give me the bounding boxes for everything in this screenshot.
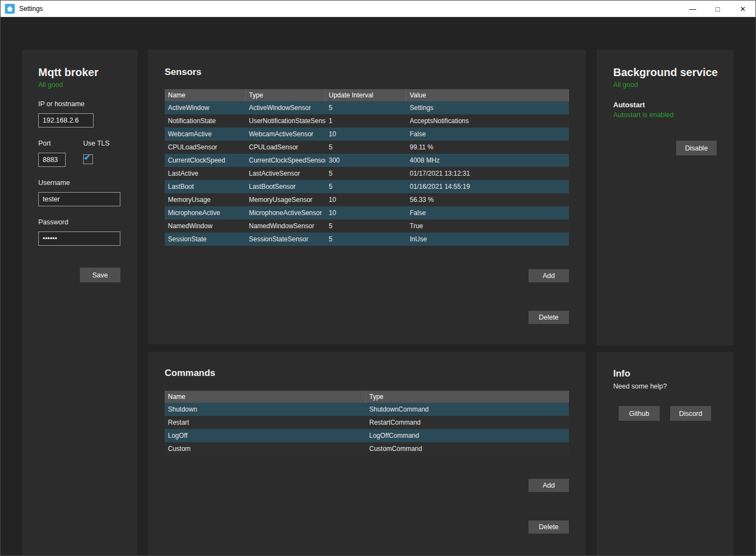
sensors-table: NameTypeUpdate IntervalValueActiveWindow… <box>165 89 569 246</box>
use-tls-label: Use TLS <box>83 140 109 147</box>
window-controls: — □ ✕ <box>680 1 755 17</box>
table-cell: 56.33 % <box>406 193 569 206</box>
table-cell: SessionState <box>165 233 246 246</box>
table-cell: CurrentClockSpeedSensor <box>246 154 325 167</box>
table-cell: MicrophoneActive <box>165 206 246 219</box>
table-row[interactable]: CustomCustomCommand <box>165 442 569 455</box>
table-row[interactable]: MicrophoneActiveMicrophoneActiveSensor10… <box>165 206 569 219</box>
table-cell: SessionStateSensor <box>246 233 325 246</box>
minimize-button[interactable]: — <box>680 1 705 17</box>
table-cell: MicrophoneActiveSensor <box>246 206 325 219</box>
background-service-panel: Background service All good Autostart Au… <box>597 50 734 345</box>
column-header[interactable]: Value <box>406 89 569 101</box>
table-cell: CustomCommand <box>366 442 569 455</box>
table-cell: 99.11 % <box>406 141 569 154</box>
table-cell: MemoryUsage <box>165 193 246 206</box>
table-row[interactable]: CPULoadSensorCPULoadSensor599.11 % <box>165 141 569 154</box>
background-service-status: All good <box>613 81 638 89</box>
disable-autostart-button[interactable]: Disable <box>676 141 717 155</box>
sensors-add-button[interactable]: Add <box>528 269 569 282</box>
table-cell: 5 <box>325 233 406 246</box>
table-row[interactable]: LastActiveLastActiveSensor501/17/2021 13… <box>165 167 569 180</box>
table-cell: CPULoadSensor <box>165 141 246 154</box>
table-row[interactable]: CurrentClockSpeedCurrentClockSpeedSensor… <box>165 154 569 167</box>
table-cell: False <box>406 128 569 141</box>
commands-table: NameTypeShutdownShutdownCommandRestartRe… <box>165 391 569 455</box>
table-cell: ActiveWindowSensor <box>246 101 325 114</box>
sensors-delete-button[interactable]: Delete <box>528 311 569 324</box>
table-row[interactable]: ShutdownShutdownCommand <box>165 403 569 416</box>
table-cell: AcceptsNotifications <box>406 114 569 128</box>
window-title: Settings <box>19 5 43 13</box>
column-header[interactable]: Name <box>165 391 366 403</box>
table-cell: 5 <box>325 219 406 233</box>
autostart-status: Autostart is enabled <box>613 111 674 119</box>
table-cell: NamedWindow <box>165 219 246 233</box>
app-home-icon <box>5 4 15 14</box>
table-cell: MemoryUsageSensor <box>246 193 325 206</box>
discord-button[interactable]: Discord <box>670 406 711 421</box>
sensors-title: Sensors <box>165 67 201 78</box>
column-header[interactable]: Type <box>246 89 325 101</box>
table-cell: 10 <box>325 128 406 141</box>
maximize-button[interactable]: □ <box>705 1 730 17</box>
table-row[interactable]: LogOffLogOffCommand <box>165 429 569 442</box>
info-panel: Info Need some help? Github Discord <box>597 352 734 556</box>
password-input[interactable] <box>38 231 120 246</box>
column-header[interactable]: Type <box>366 391 569 403</box>
background-service-title: Background service <box>613 66 718 79</box>
table-cell: InUse <box>406 233 569 246</box>
table-cell: ActiveWindow <box>165 101 246 114</box>
port-input[interactable] <box>38 153 66 167</box>
table-row[interactable]: WebcamActiveWebcamActiveSensor10False <box>165 128 569 141</box>
table-cell: LastActiveSensor <box>246 167 325 180</box>
ip-hostname-input[interactable] <box>38 113 94 128</box>
mqtt-broker-title: Mqtt broker <box>38 66 98 79</box>
table-cell: CurrentClockSpeed <box>165 154 246 167</box>
table-cell: False <box>406 206 569 219</box>
autostart-label: Autostart <box>613 101 645 109</box>
password-label: Password <box>38 218 68 226</box>
table-cell: Restart <box>165 416 366 429</box>
column-header[interactable]: Name <box>165 89 246 101</box>
table-row[interactable]: RestartRestartCommand <box>165 416 569 429</box>
ip-hostname-label: IP or hostname <box>38 100 85 108</box>
mqtt-status-text: All good <box>38 81 63 89</box>
table-row[interactable]: SessionStateSessionStateSensor5InUse <box>165 233 569 246</box>
github-button[interactable]: Github <box>619 406 660 421</box>
table-cell: Settings <box>406 101 569 114</box>
table-cell: 1 <box>325 114 406 128</box>
settings-main: Mqtt broker All good IP or hostname Port… <box>0 17 756 556</box>
table-cell: NamedWindowSensor <box>246 219 325 233</box>
commands-delete-button[interactable]: Delete <box>528 520 569 534</box>
table-cell: UserNotificationStateSens <box>246 114 325 128</box>
table-cell: 01/17/2021 13:12:31 <box>406 167 569 180</box>
save-button[interactable]: Save <box>80 268 120 282</box>
commands-add-button[interactable]: Add <box>528 479 569 492</box>
sensors-panel: Sensors NameTypeUpdate IntervalValueActi… <box>148 50 586 344</box>
table-row[interactable]: NamedWindowNamedWindowSensor5True <box>165 219 569 233</box>
title-bar: Settings — □ ✕ <box>0 0 756 17</box>
checkmark-icon: ✔ <box>84 153 91 163</box>
commands-title: Commands <box>165 368 216 379</box>
table-row[interactable]: NotificationStateUserNotificationStateSe… <box>165 114 569 128</box>
table-cell: LastActive <box>165 167 246 180</box>
username-label: Username <box>38 179 70 187</box>
table-cell: WebcamActiveSensor <box>246 128 325 141</box>
table-cell: LastBoot <box>165 180 246 193</box>
table-cell: 300 <box>325 154 406 167</box>
table-row[interactable]: MemoryUsageMemoryUsageSensor1056.33 % <box>165 193 569 206</box>
info-subtitle: Need some help? <box>613 383 667 390</box>
column-header[interactable]: Update Interval <box>325 89 406 101</box>
username-input[interactable] <box>38 192 120 206</box>
table-header-row: NameType <box>165 391 569 403</box>
table-row[interactable]: LastBootLastBootSensor501/16/2021 14:55:… <box>165 180 569 193</box>
close-button[interactable]: ✕ <box>730 1 755 17</box>
table-header-row: NameTypeUpdate IntervalValue <box>165 89 569 101</box>
table-cell: 01/16/2021 14:55:19 <box>406 180 569 193</box>
table-cell: 10 <box>325 206 406 219</box>
table-row[interactable]: ActiveWindowActiveWindowSensor5Settings <box>165 101 569 114</box>
use-tls-checkbox[interactable]: ✔ <box>83 154 93 164</box>
table-cell: 5 <box>325 141 406 154</box>
table-cell: 4008 MHz <box>406 154 569 167</box>
